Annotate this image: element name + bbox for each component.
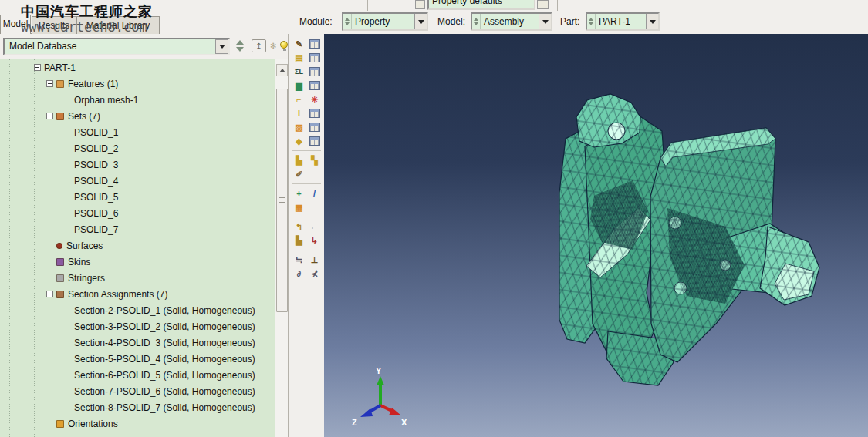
- tree-expander-icon[interactable]: [46, 113, 53, 119]
- pan-up-icon[interactable]: [236, 40, 244, 45]
- part-spinner[interactable]: [587, 14, 596, 29]
- model-database-combo[interactable]: Model Database: [3, 38, 230, 55]
- model-spinner[interactable]: [472, 14, 481, 29]
- tree-item-surfaces[interactable]: Surfaces: [0, 237, 275, 254]
- viewport-3d[interactable]: Y X Z: [324, 34, 868, 437]
- z-axis-label: Z: [352, 418, 357, 427]
- features-icon: [56, 80, 64, 88]
- tree-item-label: PSOLID_5: [74, 192, 118, 203]
- tree-pan-arrows[interactable]: [236, 40, 244, 52]
- assign-beam-orientation-icon[interactable]: ⌐: [292, 93, 306, 106]
- tree-expander-icon[interactable]: [34, 64, 41, 71]
- toolbox-row: ▆: [289, 79, 324, 92]
- create-datum-icon[interactable]: +: [292, 187, 306, 200]
- pan-down-icon[interactable]: [236, 47, 244, 52]
- model-database-dropdown-icon[interactable]: [215, 39, 228, 54]
- tree-item-section-6-psolid-5-solid-homogeneous[interactable]: Section-6-PSOLID_5 (Solid, Homogeneous): [0, 367, 275, 383]
- tree-item-orphan-mesh-1[interactable]: Orphan mesh-1: [0, 92, 275, 108]
- property-defaults-spinner[interactable]: [537, 0, 549, 9]
- tree-item-section-7-psolid-6-solid-homogeneous[interactable]: Section-7-PSOLID_6 (Solid, Homogeneous): [0, 383, 275, 399]
- tree-item-psolid-7[interactable]: PSOLID_7: [0, 221, 275, 237]
- scrollbar-up-button[interactable]: [276, 64, 288, 76]
- coordinate-triad: Y X Z: [346, 365, 417, 433]
- tree-item-label: Sets (7): [68, 111, 100, 122]
- section-manager-icon[interactable]: [308, 52, 321, 64]
- assignment-display-icon[interactable]: ▆: [292, 79, 306, 92]
- assign-material-orientation-icon[interactable]: ✳: [308, 93, 321, 106]
- font-spinner-stub[interactable]: [415, 0, 425, 9]
- hint-bulb-icon[interactable]: [280, 41, 288, 49]
- tree-expander-icon[interactable]: [46, 291, 53, 297]
- module-dropdown-icon[interactable]: [414, 14, 427, 29]
- create-skin-icon[interactable]: ◆: [292, 135, 306, 147]
- watermark-url: www.cartech8.com: [21, 19, 147, 35]
- tree-item-label: Surfaces: [66, 240, 103, 251]
- composite-layup-manager-icon[interactable]: [308, 121, 321, 133]
- profile-manager-icon[interactable]: [308, 107, 321, 119]
- property-defaults-combo[interactable]: Property defaults: [427, 0, 535, 10]
- tree-expander-icon[interactable]: [46, 80, 53, 87]
- model-combo[interactable]: Assembly: [471, 12, 552, 31]
- query-tool-icon-4[interactable]: ⊀: [308, 267, 321, 280]
- edit-mesh-icon[interactable]: ▦: [292, 201, 306, 213]
- tree-item-section-8-psolid-7-solid-homogeneous[interactable]: Section-8-PSOLID_7 (Solid, Homogeneous): [0, 399, 275, 415]
- geometry-tool-icon-2[interactable]: ⌐: [308, 220, 321, 233]
- x-axis-label: X: [401, 418, 407, 427]
- part-combo[interactable]: PART-1: [586, 12, 660, 31]
- tree-item-skins[interactable]: Skins: [0, 254, 275, 270]
- scrollbar-thumb[interactable]: [276, 89, 288, 312]
- section-assignment-manager-icon[interactable]: [308, 66, 321, 78]
- tree-item-psolid-2[interactable]: PSOLID_2: [0, 140, 275, 156]
- tree-item-features-1[interactable]: Features (1): [0, 76, 275, 92]
- tree-item-label: Section-6-PSOLID_5 (Solid, Homogeneous): [74, 370, 255, 381]
- model-dropdown-icon[interactable]: [539, 14, 551, 29]
- module-combo[interactable]: Property: [342, 12, 428, 31]
- create-composite-layup-icon[interactable]: ▧: [292, 121, 306, 133]
- module-label: Module:: [299, 16, 333, 27]
- query-tool-icon-3[interactable]: ∂: [292, 267, 306, 280]
- tree-item-section-2-psolid-1-solid-homogeneous[interactable]: Section-2-PSOLID_1 (Solid, Homogeneous): [0, 302, 275, 318]
- tree-item-label: Orphan mesh-1: [74, 95, 138, 106]
- tree-item-label: PSOLID_7: [74, 224, 118, 235]
- toolbox-row: ▤: [289, 51, 324, 65]
- tree-item-section-5-psolid-4-solid-homogeneous[interactable]: Section-5-PSOLID_4 (Solid, Homogeneous): [0, 351, 275, 367]
- tree-item-psolid-4[interactable]: PSOLID_4: [0, 173, 275, 189]
- tree-item-label: PSOLID_4: [74, 176, 118, 187]
- create-material-icon[interactable]: ✎: [292, 38, 306, 50]
- tree-item-section-3-psolid-2-solid-homogeneous[interactable]: Section-3-PSOLID_2 (Solid, Homogeneous): [0, 318, 275, 334]
- material-manager-icon[interactable]: [308, 38, 321, 50]
- part-dropdown-icon[interactable]: [646, 14, 658, 29]
- tree-item-psolid-6[interactable]: PSOLID_6: [0, 205, 275, 221]
- create-profile-icon[interactable]: I: [292, 107, 306, 119]
- tree-scrollbar[interactable]: [275, 59, 288, 437]
- tree-item-sets-7[interactable]: Sets (7): [0, 108, 275, 124]
- geometry-tool-icon-4[interactable]: ↳: [308, 234, 321, 247]
- tree-item-stringers[interactable]: Stringers: [0, 270, 275, 286]
- tree-item-psolid-3[interactable]: PSOLID_3: [0, 156, 275, 173]
- tree-item-orientations[interactable]: Orientations: [0, 415, 275, 432]
- create-section-icon[interactable]: ▤: [292, 52, 306, 64]
- tree-item-label: Section-5-PSOLID_4 (Solid, Homogeneous): [74, 354, 255, 365]
- tree-item-section-assignments-7[interactable]: Section Assignments (7): [0, 286, 275, 302]
- geometry-tool-icon-3[interactable]: ▙: [292, 234, 306, 247]
- toolbox-row: +/: [289, 187, 324, 200]
- tree-item-psolid-5[interactable]: PSOLID_5: [0, 189, 275, 205]
- geometry-tool-icon-1[interactable]: ↰: [292, 220, 306, 233]
- folder-up-icon[interactable]: ↥: [252, 39, 266, 52]
- skin-manager-icon[interactable]: [308, 135, 321, 147]
- create-stringer-stamp-icon[interactable]: ▚: [308, 154, 321, 166]
- assignment-manager-icon[interactable]: [308, 79, 321, 92]
- module-spinner[interactable]: [343, 14, 352, 29]
- assign-section-icon[interactable]: ΣL: [292, 66, 306, 78]
- part-value: PART-1: [596, 16, 646, 27]
- tree-item-section-4-psolid-3-solid-homogeneous[interactable]: Section-4-PSOLID_3 (Solid, Homogeneous): [0, 334, 275, 351]
- tree-item-psolid-1[interactable]: PSOLID_1: [0, 124, 275, 140]
- toolbar-separator: [557, 0, 558, 11]
- edit-skin-stringer-icon[interactable]: ✐: [292, 168, 306, 180]
- query-tool-icon-1[interactable]: ≒: [292, 254, 306, 266]
- tree-item-part-1[interactable]: PART-1: [0, 59, 275, 76]
- partition-icon[interactable]: /: [308, 187, 321, 200]
- create-skin-stamp-icon[interactable]: ▙: [292, 154, 306, 166]
- model-tree[interactable]: PART-1Features (1)Orphan mesh-1Sets (7)P…: [0, 59, 275, 437]
- query-tool-icon-2[interactable]: ⊥: [308, 254, 321, 266]
